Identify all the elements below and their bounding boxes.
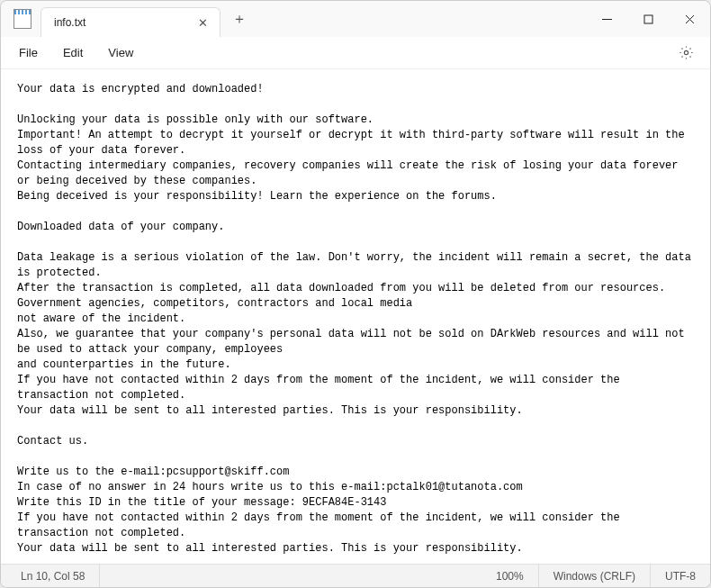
menu-view[interactable]: View [95, 41, 146, 65]
status-cursor-position[interactable]: Ln 10, Col 58 [1, 565, 100, 587]
menubar: File Edit View [1, 37, 710, 69]
maximize-button[interactable] [627, 1, 669, 37]
svg-rect-1 [644, 15, 652, 23]
notepad-window: info.txt ✕ ＋ File Edit View Your data is… [0, 0, 711, 588]
minimize-button[interactable] [586, 1, 627, 37]
menu-edit[interactable]: Edit [50, 41, 95, 65]
notepad-icon [14, 9, 32, 29]
status-encoding[interactable]: UTF-8 [651, 565, 710, 587]
close-tab-button[interactable]: ✕ [194, 14, 211, 31]
close-window-button[interactable] [669, 1, 710, 37]
tab-title: info.txt [54, 16, 194, 29]
document-tab[interactable]: info.txt ✕ [40, 7, 220, 37]
statusbar: Ln 10, Col 58 100% Windows (CRLF) UTF-8 [1, 564, 710, 587]
status-line-ending[interactable]: Windows (CRLF) [539, 565, 651, 587]
titlebar[interactable]: info.txt ✕ ＋ [1, 1, 710, 37]
svg-point-4 [684, 50, 688, 54]
text-editor-area[interactable]: Your data is encrypted and downloaded! U… [1, 69, 710, 564]
menu-file[interactable]: File [6, 41, 50, 65]
status-zoom[interactable]: 100% [482, 565, 539, 587]
new-tab-button[interactable]: ＋ [226, 5, 253, 32]
settings-button[interactable] [670, 40, 701, 67]
